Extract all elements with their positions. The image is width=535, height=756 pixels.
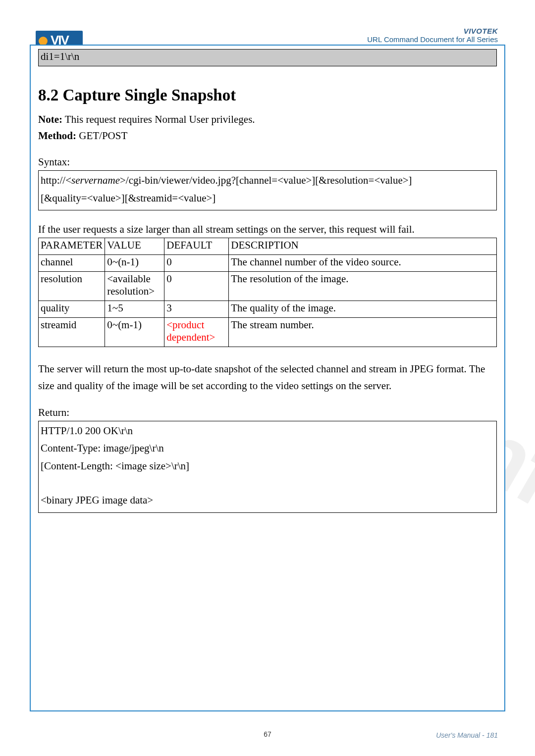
description-paragraph: The server will return the most up-to-da… (38, 361, 497, 394)
return-label: Return: (38, 406, 497, 419)
di-status-text: di1=1\r\n (41, 50, 79, 62)
cell-default: 0 (164, 255, 229, 272)
page-frame: di1=1\r\n 8.2 Capture Single Snapshot No… (30, 45, 505, 711)
return-line: Content-Type: image/jpeg\r\n (41, 440, 494, 457)
servername-placeholder: servername (71, 174, 120, 186)
th-value: VALUE (105, 238, 164, 255)
table-header-row: PARAMETER VALUE DEFAULT DESCRIPTION (39, 238, 497, 255)
brand-name: VIVOTEK (367, 27, 498, 35)
section-number: 8.2 (38, 86, 58, 104)
cell-description: The stream number. (229, 318, 497, 347)
return-line: [Content-Length: <image size>\r\n] (41, 457, 494, 475)
cell-value: 1~5 (105, 301, 164, 318)
cell-parameter: channel (39, 255, 105, 272)
return-line: <binary JPEG image data> (41, 492, 494, 509)
method-line: Method: GET/POST (38, 130, 497, 142)
return-line: HTTP/1.0 200 OK\r\n (41, 422, 494, 440)
footer-right: User's Manual - 181 (436, 731, 498, 739)
return-line (41, 475, 494, 492)
note-label: Note: (38, 113, 62, 125)
note-text: This request requires Normal User privil… (62, 113, 255, 125)
cell-value: 0~(m-1) (105, 318, 164, 347)
cell-value: <available resolution> (105, 272, 164, 301)
syntax-box: http://<servername>/cgi-bin/viewer/video… (38, 170, 497, 210)
cell-parameter: quality (39, 301, 105, 318)
syntax-line-2: [&quality=<value>][&streamid=<value>] (41, 190, 494, 207)
di-status-box: di1=1\r\n (38, 49, 497, 66)
method-label: Method: (38, 130, 76, 142)
cell-description: The quality of the image. (229, 301, 497, 318)
cell-default: 3 (164, 301, 229, 318)
doc-title: URL Command Document for All Series (367, 35, 498, 44)
cell-parameter: resolution (39, 272, 105, 301)
page-content: di1=1\r\n 8.2 Capture Single Snapshot No… (31, 49, 504, 513)
page-header: VIV VIVOTEK URL Command Document for All… (0, 13, 535, 43)
cell-default: 0 (164, 272, 229, 301)
table-row: quality 1~5 3 The quality of the image. (39, 301, 497, 318)
cell-parameter: streamid (39, 318, 105, 347)
th-default: DEFAULT (164, 238, 229, 255)
cell-description: The resolution of the image. (229, 272, 497, 301)
cell-default: <product dependent> (164, 318, 229, 347)
note-line: Note: This request requires Normal User … (38, 113, 497, 126)
footer-manual-label: User's Manual - (436, 731, 486, 739)
table-row: streamid 0~(m-1) <product dependent> The… (39, 318, 497, 347)
return-box: HTTP/1.0 200 OK\r\n Content-Type: image/… (38, 421, 497, 513)
header-right: VIVOTEK URL Command Document for All Ser… (367, 27, 498, 44)
cell-description: The channel number of the video source. (229, 255, 497, 272)
fail-note: If the user requests a size larger than … (38, 223, 497, 236)
table-row: channel 0~(n-1) 0 The channel number of … (39, 255, 497, 272)
parameters-table: PARAMETER VALUE DEFAULT DESCRIPTION chan… (38, 238, 497, 347)
method-value: GET/POST (76, 130, 127, 142)
syntax-line-1: http://<servername>/cgi-bin/viewer/video… (41, 172, 494, 190)
footer-manual-page: 181 (486, 731, 498, 739)
table-row: resolution <available resolution> 0 The … (39, 272, 497, 301)
syntax-label: Syntax: (38, 156, 497, 168)
th-parameter: PARAMETER (39, 238, 105, 255)
section-title-text: Capture Single Snapshot (63, 86, 236, 104)
section-heading: 8.2 Capture Single Snapshot (38, 86, 497, 104)
cell-value: 0~(n-1) (105, 255, 164, 272)
th-description: DESCRIPTION (229, 238, 497, 255)
